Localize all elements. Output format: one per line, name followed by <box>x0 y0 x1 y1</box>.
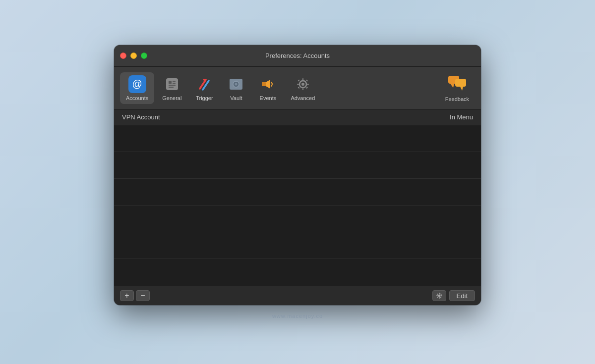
svg-rect-22 <box>298 86 299 88</box>
col-vpn-account: VPN Account <box>122 113 160 121</box>
add-button[interactable]: + <box>120 290 134 301</box>
content-area: VPN Account In Menu <box>114 109 481 286</box>
svg-marker-27 <box>460 87 463 91</box>
tab-trigger-label: Trigger <box>196 95 213 101</box>
svg-rect-31 <box>436 295 438 296</box>
traffic-lights <box>120 52 147 59</box>
svg-rect-19 <box>307 84 309 85</box>
tab-vault-label: Vault <box>230 95 242 101</box>
bottom-bar: + − Edit <box>114 286 481 305</box>
tab-trigger[interactable]: Trigger <box>189 72 219 104</box>
svg-point-28 <box>438 295 440 297</box>
svg-rect-34 <box>440 293 441 295</box>
col-in-menu: In Menu <box>450 113 473 121</box>
events-icon <box>259 75 277 93</box>
toolbar-tabs: @ Accounts General <box>120 72 439 104</box>
svg-rect-5 <box>169 87 174 88</box>
svg-rect-4 <box>169 85 176 86</box>
table-row <box>114 152 481 179</box>
tab-advanced-label: Advanced <box>291 95 315 101</box>
tab-general-label: General <box>162 95 181 101</box>
svg-rect-35 <box>436 296 438 298</box>
tab-general[interactable]: General <box>156 72 187 104</box>
table-row <box>114 232 481 259</box>
tab-accounts[interactable]: @ Accounts <box>120 72 154 104</box>
maximize-button[interactable] <box>141 52 147 59</box>
footer-website: www.macenjoy.co <box>272 313 323 319</box>
edit-button[interactable]: Edit <box>449 290 475 301</box>
bottom-left-actions: + − <box>120 290 150 301</box>
toolbar: @ Accounts General <box>114 67 481 109</box>
svg-rect-30 <box>439 297 440 299</box>
svg-rect-2 <box>173 81 176 82</box>
table-row <box>114 125 481 152</box>
remove-button[interactable]: − <box>136 290 150 301</box>
svg-rect-3 <box>173 83 176 84</box>
table-row <box>114 259 481 286</box>
feedback-label: Feedback <box>445 96 469 102</box>
vault-icon <box>227 75 245 93</box>
titlebar: Preferences: Accounts <box>114 45 481 67</box>
svg-rect-14 <box>262 82 266 86</box>
svg-rect-17 <box>302 88 303 90</box>
svg-marker-25 <box>450 84 454 88</box>
svg-rect-36 <box>440 296 441 298</box>
feedback-icon <box>447 74 467 94</box>
svg-point-11 <box>235 83 238 85</box>
minimize-button[interactable] <box>130 52 137 59</box>
svg-rect-0 <box>166 78 178 90</box>
tab-events-label: Events <box>260 95 277 101</box>
svg-rect-23 <box>306 86 308 88</box>
svg-rect-1 <box>169 81 172 84</box>
svg-rect-26 <box>455 79 466 87</box>
bottom-right-actions: Edit <box>432 290 475 301</box>
svg-rect-20 <box>298 79 299 81</box>
feedback-tab[interactable]: Feedback <box>439 71 475 105</box>
trigger-icon <box>195 75 213 93</box>
table-rows <box>114 125 481 286</box>
table-header: VPN Account In Menu <box>114 109 481 125</box>
svg-rect-29 <box>439 293 440 294</box>
advanced-icon <box>294 75 312 93</box>
svg-rect-33 <box>436 293 438 295</box>
preferences-window: Preferences: Accounts @ Accounts <box>114 45 481 305</box>
settings-gear-button[interactable] <box>432 290 446 301</box>
svg-rect-32 <box>441 295 442 296</box>
svg-rect-18 <box>297 84 299 85</box>
svg-point-15 <box>301 83 304 86</box>
svg-rect-21 <box>306 79 308 81</box>
accounts-icon: @ <box>128 75 146 93</box>
svg-rect-16 <box>302 78 303 80</box>
tab-advanced[interactable]: Advanced <box>285 72 321 104</box>
tab-events[interactable]: Events <box>253 72 283 104</box>
close-button[interactable] <box>120 52 126 59</box>
general-icon <box>163 75 181 93</box>
table-row <box>114 206 481 232</box>
table-row <box>114 179 481 206</box>
tab-accounts-label: Accounts <box>126 95 148 101</box>
tab-vault[interactable]: Vault <box>221 72 251 104</box>
window-title: Preferences: Accounts <box>265 52 330 59</box>
